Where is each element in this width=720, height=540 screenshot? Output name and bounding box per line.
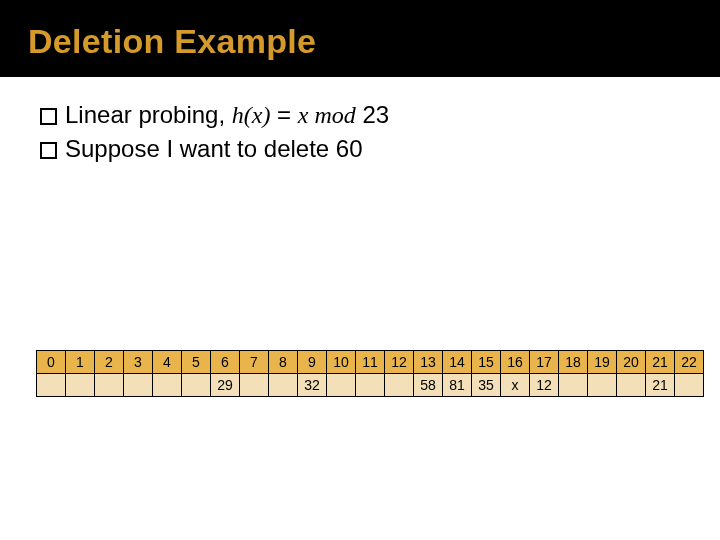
index-cell: 5 xyxy=(182,351,211,374)
value-cell: 21 xyxy=(646,374,675,397)
value-cell xyxy=(617,374,646,397)
value-cell xyxy=(153,374,182,397)
bullet-1: Linear probing, h(x) = x mod 23 xyxy=(40,101,680,129)
value-cell: 12 xyxy=(530,374,559,397)
index-cell: 12 xyxy=(385,351,414,374)
index-cell: 3 xyxy=(124,351,153,374)
index-cell: 9 xyxy=(298,351,327,374)
value-cell: 35 xyxy=(472,374,501,397)
value-cell: 58 xyxy=(414,374,443,397)
value-row: 29 32 58 81 35 x 12 21 xyxy=(37,374,704,397)
value-cell xyxy=(356,374,385,397)
bullet-1-tail: 23 xyxy=(356,101,389,128)
value-cell xyxy=(182,374,211,397)
value-cell xyxy=(385,374,414,397)
index-cell: 20 xyxy=(617,351,646,374)
bullet-square-icon xyxy=(40,108,57,125)
value-cell xyxy=(269,374,298,397)
value-cell: 32 xyxy=(298,374,327,397)
index-cell: 13 xyxy=(414,351,443,374)
index-row: 0 1 2 3 4 5 6 7 8 9 10 11 12 13 14 15 16… xyxy=(37,351,704,374)
index-cell: 14 xyxy=(443,351,472,374)
bullet-1-rhs: x mod xyxy=(298,102,356,128)
value-cell: 81 xyxy=(443,374,472,397)
bullet-text: Linear probing, h(x) = x mod 23 xyxy=(65,101,389,129)
value-cell xyxy=(95,374,124,397)
value-cell xyxy=(37,374,66,397)
index-cell: 1 xyxy=(66,351,95,374)
index-cell: 18 xyxy=(559,351,588,374)
slide-content: Linear probing, h(x) = x mod 23 Suppose … xyxy=(0,77,720,163)
bullet-1-prefix: Linear probing, xyxy=(65,101,232,128)
bullet-2: Suppose I want to delete 60 xyxy=(40,135,680,163)
index-cell: 16 xyxy=(501,351,530,374)
value-cell: x xyxy=(501,374,530,397)
index-cell: 7 xyxy=(240,351,269,374)
index-cell: 6 xyxy=(211,351,240,374)
value-cell xyxy=(588,374,617,397)
index-cell: 15 xyxy=(472,351,501,374)
bullet-square-icon xyxy=(40,142,57,159)
value-cell xyxy=(240,374,269,397)
bullet-1-lhs: h(x) xyxy=(232,102,271,128)
hash-table: 0 1 2 3 4 5 6 7 8 9 10 11 12 13 14 15 16… xyxy=(36,350,704,397)
slide-title: Deletion Example xyxy=(0,0,720,77)
index-cell: 10 xyxy=(327,351,356,374)
index-cell: 0 xyxy=(37,351,66,374)
value-cell xyxy=(124,374,153,397)
value-cell xyxy=(675,374,704,397)
index-cell: 19 xyxy=(588,351,617,374)
index-cell: 11 xyxy=(356,351,385,374)
value-cell xyxy=(327,374,356,397)
bullet-2-text: Suppose I want to delete 60 xyxy=(65,135,363,163)
value-cell xyxy=(66,374,95,397)
index-cell: 17 xyxy=(530,351,559,374)
slide: Deletion Example Linear probing, h(x) = … xyxy=(0,0,720,540)
index-cell: 4 xyxy=(153,351,182,374)
index-cell: 22 xyxy=(675,351,704,374)
value-cell: 29 xyxy=(211,374,240,397)
index-cell: 21 xyxy=(646,351,675,374)
index-cell: 2 xyxy=(95,351,124,374)
bullet-1-eq: = xyxy=(270,101,297,128)
hash-table-grid: 0 1 2 3 4 5 6 7 8 9 10 11 12 13 14 15 16… xyxy=(36,350,704,397)
index-cell: 8 xyxy=(269,351,298,374)
value-cell xyxy=(559,374,588,397)
